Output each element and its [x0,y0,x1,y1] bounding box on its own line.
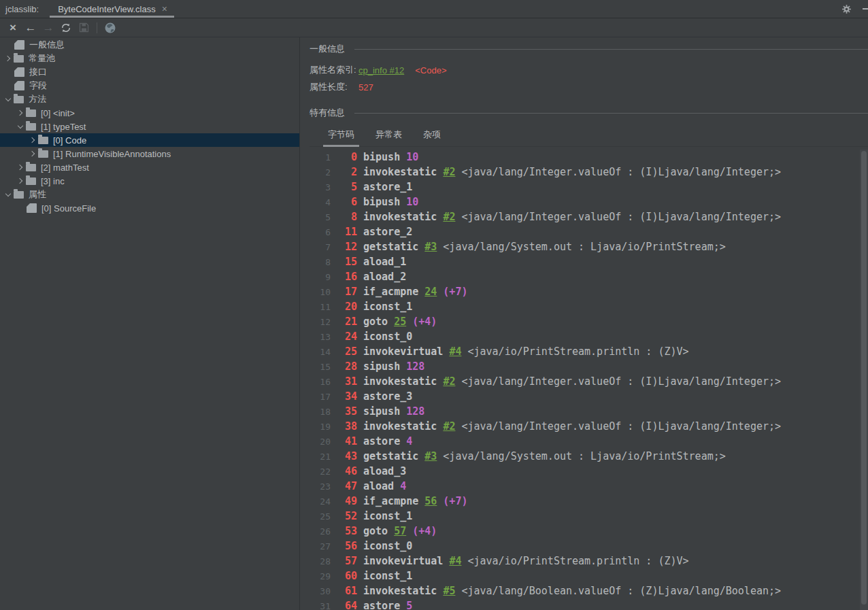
tree-item[interactable]: [0] <init> [0,106,299,120]
instruction-mnemonic: bipush [363,151,400,163]
bytecode-row: 2041astore4 [310,434,868,449]
instruction-mnemonic: sipush [363,405,400,418]
chevron-glyph [18,122,23,128]
line-number: 18 [310,405,331,420]
folder-icon [14,96,24,103]
constant-pool-link[interactable]: #4 [449,555,461,567]
constant-pool-link[interactable]: #2 [443,420,455,433]
line-number: 27 [310,539,331,554]
detail-tab[interactable]: 异常表 [371,126,407,146]
tree-item[interactable]: 方法 [0,92,299,106]
constant-pool-link[interactable]: #4 [449,345,461,358]
constant-pool-link[interactable]: #2 [443,375,455,388]
settings-gear-icon[interactable] [841,4,852,14]
tree-item[interactable]: [0] SourceFile [0,201,299,215]
tree-item[interactable]: [1] RuntimeVisibleAnnotations [0,147,299,160]
bytecode-row: 2143getstatic#3<java/lang/System.out : L… [310,449,868,464]
instruction-mnemonic: astore_1 [363,181,412,193]
instruction-mnemonic: goto [363,525,388,537]
back-button[interactable]: ← [22,20,39,36]
chevron-spacer [15,203,26,214]
immediate-operand: (+7) [443,495,467,507]
close-button[interactable]: × [4,20,22,36]
line-number: 28 [310,554,331,569]
chevron-expanded-icon[interactable] [3,94,14,105]
line-number: 14 [310,345,331,360]
tree-item[interactable]: 常量池 [0,52,299,65]
bytecode-offset: 2 [331,165,357,180]
tree-item[interactable]: 属性 [0,188,299,201]
constant-pool-link[interactable]: #5 [443,585,455,597]
detail-tab[interactable]: 杂项 [418,126,446,146]
tree-item[interactable]: [3] inc [0,174,299,188]
immediate-operand: (+4) [412,525,437,537]
tree-item[interactable]: [2] mathTest [0,160,299,174]
line-number: 5 [310,210,331,225]
chevron-collapsed-icon[interactable] [27,135,38,146]
chevron-glyph [29,137,35,143]
tree-item[interactable]: 一般信息 [0,38,299,52]
toolbar: × ← → [0,18,868,37]
tree-item[interactable]: 接口 [0,65,299,79]
save-icon [79,22,89,33]
constant-descriptor: <java/lang/Boolean.valueOf : (Z)Ljava/la… [461,585,781,597]
chevron-collapsed-icon[interactable] [3,53,14,64]
jump-offset-link[interactable]: 57 [394,525,406,537]
section-divider [354,49,868,50]
tree-item[interactable]: [0] Code [0,133,299,147]
tree-item-label: [1] typeTest [41,122,86,132]
cp-info-link[interactable]: cp_info #12 [358,65,404,75]
tab-close-icon[interactable]: × [162,4,167,14]
tree-item[interactable]: 字段 [0,79,299,92]
immediate-operand: 128 [406,405,424,418]
instruction-mnemonic: if_acmpne [363,286,418,298]
constant-pool-link[interactable]: #2 [443,211,455,223]
bytecode-offset: 15 [331,254,357,269]
line-number: 7 [310,240,331,255]
jump-offset-link[interactable]: 56 [424,495,437,507]
tree-item-label: [0] SourceFile [41,203,96,214]
line-number: 16 [310,375,331,390]
instruction-mnemonic: if_acmpne [363,495,418,507]
line-number: 10 [310,285,331,300]
chevron-expanded-icon[interactable] [15,121,26,132]
detail-tab[interactable]: 字节码 [323,126,359,146]
folder-icon [26,164,36,171]
chevron-collapsed-icon[interactable] [27,148,38,159]
tab-class-file[interactable]: ByteCodeInterView.class × [50,0,174,18]
constant-pool-link[interactable]: #3 [424,241,437,253]
forward-button[interactable]: → [39,20,57,36]
document-icon [14,81,24,90]
tree-item-label: [1] RuntimeVisibleAnnotations [53,149,171,159]
vertical-scrollbar[interactable] [860,150,868,610]
chevron-collapsed-icon[interactable] [15,175,26,186]
bytecode-row: 46bipush10 [310,194,868,209]
save-button[interactable] [75,20,93,36]
bytecode-row: 2552iconst_1 [310,509,868,524]
chevron-expanded-icon[interactable] [3,189,14,200]
tree-item-label: 字段 [29,80,47,92]
instruction-mnemonic: invokevirtual [363,555,443,567]
chevron-glyph [29,151,35,156]
constant-pool-link[interactable]: #2 [443,166,455,178]
open-in-browser-button[interactable] [101,20,119,36]
chevron-collapsed-icon[interactable] [15,162,26,173]
line-number: 22 [310,464,331,479]
minimize-icon[interactable] [863,8,868,10]
constant-pool-link[interactable]: #3 [424,450,437,462]
jump-offset-link[interactable]: 24 [424,286,437,298]
line-number: 25 [310,509,331,524]
instruction-mnemonic: aload_1 [363,256,406,268]
line-number: 1 [310,150,331,165]
reload-button[interactable] [57,20,75,36]
chevron-collapsed-icon[interactable] [15,107,26,118]
tree-item[interactable]: [1] typeTest [0,120,299,133]
bytecode-row: 35astore_1 [310,180,868,194]
scrollbar-thumb[interactable] [861,151,867,605]
main-area: 一般信息常量池接口字段方法[0] <init>[1] typeTest[0] C… [0,37,868,610]
chevron-spacer [3,39,14,50]
general-info-section-header: 一般信息 [310,44,868,54]
line-number: 8 [310,255,331,270]
tab-title: ByteCodeInterView.class [58,4,156,14]
jump-offset-link[interactable]: 25 [394,316,406,328]
